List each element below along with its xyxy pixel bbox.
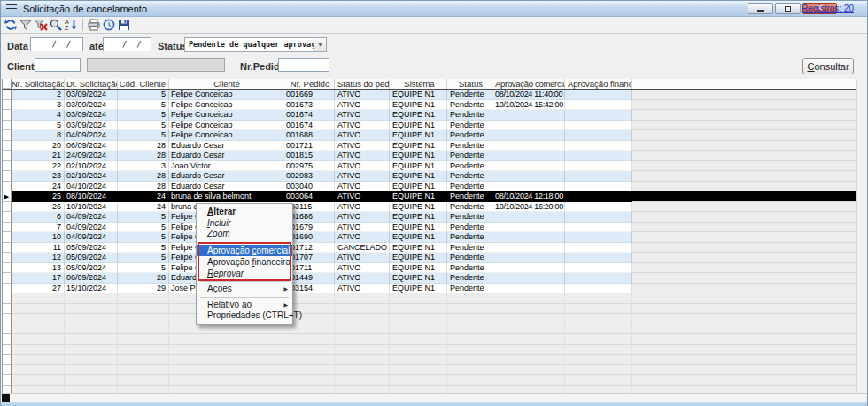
column-header[interactable]: Cliente	[169, 79, 283, 89]
cell	[390, 324, 447, 335]
table-row[interactable]: 203/09/20245Felipe Conceicao001669ATIVOE…	[3, 90, 856, 100]
cell	[169, 365, 283, 376]
table-row[interactable]: 2610/10/202424bruna de silva belmont0031…	[3, 202, 856, 213]
cell	[169, 324, 283, 335]
cell	[118, 345, 169, 355]
status-select[interactable]: Pendente de qualquer aprovação ▼	[184, 37, 327, 52]
print-icon[interactable]	[87, 18, 101, 32]
cell: 001688	[283, 130, 335, 141]
row-filler	[632, 375, 856, 386]
row-filler	[632, 304, 856, 315]
cell	[492, 273, 565, 284]
menu-item-alterar[interactable]: Alterar	[197, 207, 292, 218]
cell	[169, 355, 283, 365]
column-header[interactable]: Status do ped.	[335, 79, 390, 89]
cell: 02/10/2024	[65, 161, 118, 172]
menu-item-aprovacao-comercial[interactable]: Aprovação comercial	[197, 245, 292, 257]
cell: 001674	[283, 110, 335, 121]
menu-item-aprovacao-financeira[interactable]: Aprovação financeira	[197, 256, 292, 269]
cell: Pendente	[447, 141, 492, 152]
menu-item-incluir[interactable]: Incluir	[197, 218, 292, 230]
cell	[565, 100, 632, 111]
cell	[335, 304, 390, 315]
cell: EQUIPE N1	[390, 130, 447, 141]
column-header[interactable]: Status	[447, 79, 492, 89]
table-row[interactable]: 604/09/20245Felipe Conceicao001686ATIVOE…	[3, 212, 856, 223]
table-row[interactable]: 2006/09/202428Eduardo Cesar001721ATIVOEQ…	[3, 141, 856, 152]
table-row[interactable]: 1004/09/20245Felipe Conceicao001690ATIVO…	[3, 232, 856, 243]
clear-filter-icon[interactable]	[34, 18, 48, 32]
table-row[interactable]: 1105/09/20245Felipe Conceicao001712CANCE…	[3, 243, 856, 254]
sort-icon[interactable]: AZ	[64, 18, 78, 32]
consultar-button[interactable]: Consultar	[802, 58, 854, 74]
cell: ATIVO	[335, 253, 390, 263]
nrpedido-input[interactable]	[278, 58, 329, 72]
table-row[interactable]: 303/09/20245Felipe Conceicao001673ATIVOE…	[3, 100, 856, 111]
data-from-input[interactable]	[30, 37, 83, 51]
records-count-link[interactable]: Registros: 20	[802, 4, 854, 13]
column-header[interactable]: Cód. Cliente	[118, 79, 169, 89]
table-row[interactable]: 503/09/20245Felipe Conceicao001674ATIVOE…	[3, 121, 856, 131]
row-marker	[3, 130, 12, 141]
menu-item-acoes[interactable]: Ações▶	[197, 284, 292, 295]
restore-button[interactable]	[775, 3, 801, 14]
table-row[interactable]: ▶2508/10/202424bruna de silva belmont003…	[3, 191, 856, 202]
save-icon[interactable]	[117, 18, 131, 32]
refresh-icon[interactable]	[4, 18, 18, 32]
table-row[interactable]: 2715/10/202429José Pl003154ATIVOEQUIPE N…	[3, 284, 856, 294]
cell	[565, 355, 632, 365]
cell: 15/10/2024	[65, 284, 118, 294]
cell	[492, 375, 565, 386]
cell	[565, 130, 632, 141]
hamburger-icon[interactable]	[6, 4, 17, 12]
column-header[interactable]: Dt. Solicitação	[65, 79, 118, 89]
row-filler	[632, 324, 856, 335]
cell: EQUIPE N1	[390, 90, 447, 100]
menu-item-reprovar[interactable]: Reprovar	[197, 269, 292, 280]
column-header[interactable]: Sistema	[390, 79, 447, 89]
table-row[interactable]: 403/09/20245Felipe Conceicao001674ATIVOE…	[3, 110, 856, 121]
filter-icon[interactable]	[19, 18, 33, 32]
cell: 21	[12, 151, 65, 161]
cell: ATIVO	[335, 90, 390, 100]
cell: 3	[118, 161, 169, 172]
column-header[interactable]: Nr. Solicitação	[12, 79, 65, 89]
cell	[565, 121, 632, 131]
column-header[interactable]: Nr. Pedido	[283, 79, 335, 89]
horizontal-scrollbar[interactable]	[1, 393, 867, 402]
cell	[169, 386, 283, 394]
data-to-input[interactable]	[103, 37, 151, 51]
menu-item-zoom[interactable]: Zoom	[197, 229, 292, 240]
cell	[565, 314, 632, 324]
table-row[interactable]: 1706/09/202428Eduardo Cesar001449ATIVOEQ…	[3, 273, 856, 284]
cliente-code-input[interactable]	[35, 58, 81, 72]
cell	[447, 355, 492, 365]
menu-item-propriedades-ctrl-t[interactable]: Propriedades (CTRL+T)	[197, 310, 292, 322]
cell	[335, 293, 390, 304]
table-row[interactable]: 1205/09/20245Felipe Conceicao001707ATIVO…	[3, 253, 856, 263]
zoom-icon[interactable]	[49, 18, 63, 32]
cell: 08/10/2024 11:40:00	[492, 90, 565, 100]
menu-item-relativo-ao[interactable]: Relativo ao▶	[197, 300, 292, 311]
cell: Pendente	[447, 232, 492, 243]
table-row[interactable]: 2404/10/202428Eduardo Cesar003040ATIVOEQ…	[3, 182, 856, 192]
table-row[interactable]: 2124/09/202428Eduardo Cesar001815ATIVOEQ…	[3, 151, 856, 161]
table-row[interactable]: 704/09/20245Felipe Conceicao001679ATIVOE…	[3, 223, 856, 233]
cell: Pendente	[447, 243, 492, 254]
column-header[interactable]: Aprovação comercial	[492, 79, 565, 89]
scrollbar-thumb[interactable]	[2, 394, 10, 402]
cell: 003040	[283, 182, 335, 192]
column-header[interactable]: Aprovação financeira	[565, 79, 632, 89]
cell	[565, 334, 632, 345]
cell: Felipe Conceicao	[169, 110, 283, 121]
cell	[12, 304, 65, 315]
table-row[interactable]: 2302/10/202428Eduardo Cesar002983ATIVOEQ…	[3, 171, 856, 182]
table-row[interactable]: 804/09/20245Felipe Conceicao001688ATIVOE…	[3, 130, 856, 141]
cell: Eduardo Cesar	[169, 151, 283, 161]
clock-icon[interactable]	[102, 18, 116, 32]
cell: ATIVO	[335, 100, 390, 111]
table-row[interactable]: 2202/10/20243Joao Victor002975ATIVOEQUIP…	[3, 161, 856, 172]
cell: EQUIPE N1	[390, 171, 447, 182]
table-row[interactable]: 1305/09/20245Felipe Conceicao001711ATIVO…	[3, 263, 856, 274]
minimize-button[interactable]	[748, 3, 773, 14]
